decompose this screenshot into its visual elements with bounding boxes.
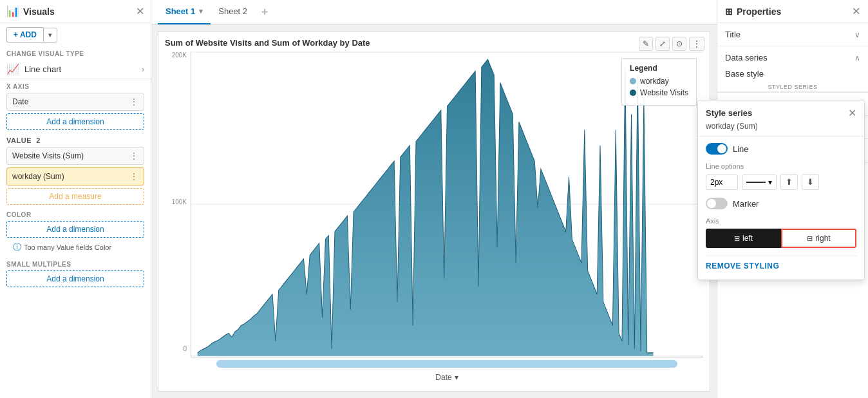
color-add-dimension-button[interactable]: Add a dimension bbox=[6, 221, 144, 238]
line-down-style-button[interactable]: ⬇ bbox=[802, 174, 819, 190]
scrollbar-handle[interactable] bbox=[216, 360, 677, 368]
tabs-bar: Sheet 1 ▾ Sheet 2 + bbox=[151, 0, 717, 24]
x-axis-section: X AXIS Date ⋮ Add a dimension bbox=[0, 79, 151, 133]
style-series-body: Line Line options ▾ ⬆ ⬇ Marker Ax bbox=[698, 137, 864, 280]
style-series-panel: Style series ✕ workday (Sum) Line Line o… bbox=[697, 100, 865, 280]
main-area: Sheet 1 ▾ Sheet 2 + Sum of Website Visit… bbox=[151, 0, 717, 398]
axis-style-section: Axis ⊞ left ⊟ right bbox=[706, 217, 856, 248]
small-multiples-section: SMALL MULTIPLES Add a dimension bbox=[0, 257, 151, 290]
remove-styling-button[interactable]: REMOVE STYLING bbox=[706, 256, 856, 273]
legend-item-workday: workday bbox=[630, 77, 688, 86]
website-visits-legend-dot bbox=[630, 90, 636, 96]
color-warning: ⓘ Too many Value fields Color bbox=[6, 240, 144, 257]
legend-box: Legend workday Website Visits bbox=[621, 58, 697, 106]
chart-y-axis: 200K 100K 0 bbox=[165, 52, 191, 384]
info-icon: ⓘ bbox=[13, 242, 21, 253]
workday-legend-dot bbox=[630, 78, 636, 84]
data-series-row[interactable]: Data series ∧ bbox=[717, 46, 868, 69]
date-field-pill[interactable]: Date ⋮ bbox=[6, 93, 144, 111]
style-series-subtitle: workday (Sum) bbox=[698, 122, 864, 137]
expand-chart-button[interactable]: ⤢ bbox=[656, 37, 670, 51]
website-visits-dots-icon[interactable]: ⋮ bbox=[129, 151, 138, 161]
visuals-title-text: Visuals bbox=[23, 6, 55, 17]
chart-inner: 200K 100K 0 Legend workday bbox=[165, 52, 703, 384]
add-measure-button[interactable]: Add a measure bbox=[6, 188, 144, 205]
add-main-button[interactable]: + ADD bbox=[6, 27, 43, 43]
left-panel-header: 📊 Visuals ✕ bbox=[0, 0, 151, 23]
sheet1-chevron-icon: ▾ bbox=[199, 7, 203, 15]
x-axis-add-dimension-button[interactable]: Add a dimension bbox=[6, 113, 144, 130]
line-toggle-row: Line bbox=[706, 143, 856, 155]
add-arrow-button[interactable]: ▾ bbox=[43, 28, 57, 43]
close-panel-icon[interactable]: ✕ bbox=[136, 5, 144, 17]
tab-add-button[interactable]: + bbox=[255, 0, 275, 24]
axis-buttons: ⊞ left ⊟ right bbox=[706, 229, 856, 248]
legend-item-websitevisits: Website Visits bbox=[630, 88, 688, 97]
line-dash-icon bbox=[746, 182, 766, 183]
tab-sheet2[interactable]: Sheet 2 bbox=[211, 0, 255, 24]
marker-toggle[interactable] bbox=[706, 198, 728, 209]
more-chart-button[interactable]: ⋮ bbox=[689, 37, 704, 51]
x-axis-bottom-label: Date ▾ bbox=[191, 370, 703, 384]
chart-container: Sum of Website Visits and Sum of Workday… bbox=[151, 24, 717, 398]
styled-series-label: STYLED SERIES bbox=[717, 81, 868, 92]
left-panel: 📊 Visuals ✕ + ADD ▾ CHANGE VISUAL TYPE 📈… bbox=[0, 0, 151, 398]
tab-sheet1[interactable]: Sheet 1 ▾ bbox=[158, 0, 211, 24]
line-up-style-button[interactable]: ⬆ bbox=[780, 174, 798, 190]
visual-type-chevron-icon: › bbox=[142, 65, 144, 74]
visual-type-name: Line chart bbox=[24, 64, 61, 74]
color-section: COLOR Add a dimension ⓘ Too many Value f… bbox=[0, 207, 151, 257]
axis-right-button[interactable]: ⊟ right bbox=[781, 229, 856, 248]
marker-toggle-knob bbox=[707, 199, 716, 208]
website-visits-field-pill[interactable]: Website Visits (Sum) ⋮ bbox=[6, 147, 144, 165]
small-multiples-add-dimension-button[interactable]: Add a dimension bbox=[6, 270, 144, 287]
visual-type-inner: 📈 Line chart bbox=[6, 63, 61, 75]
marker-toggle-row: Marker bbox=[706, 198, 856, 209]
style-series-header: Style series ✕ bbox=[698, 100, 864, 122]
axis-left-button[interactable]: ⊞ left bbox=[706, 229, 781, 248]
title-section-row[interactable]: Title ∨ bbox=[717, 23, 868, 46]
line-options-controls: ▾ ⬆ ⬇ bbox=[706, 174, 856, 190]
focus-chart-button[interactable]: ⊙ bbox=[672, 37, 686, 51]
right-panel-header: ⊞ Properties ✕ bbox=[717, 0, 868, 23]
data-series-chevron-icon: ∧ bbox=[854, 53, 860, 62]
base-style-row: Base style bbox=[725, 69, 860, 79]
line-toggle[interactable] bbox=[706, 143, 728, 155]
x-axis-label: X AXIS bbox=[6, 83, 144, 90]
data-series-section: Data series ∧ Base style STYLED SERIES bbox=[717, 46, 868, 93]
chart-scrollbar[interactable] bbox=[216, 360, 677, 368]
line-options-section: Line options ▾ ⬆ ⬇ bbox=[706, 162, 856, 190]
right-panel-close-icon[interactable]: ✕ bbox=[852, 5, 860, 17]
properties-icon: ⊞ bbox=[725, 6, 733, 17]
visual-type-row[interactable]: 📈 Line chart › bbox=[0, 60, 151, 79]
line-style-select[interactable]: ▾ bbox=[742, 175, 777, 190]
chart-wrapper: Sum of Website Visits and Sum of Workday… bbox=[158, 31, 710, 392]
line-width-input[interactable] bbox=[706, 175, 738, 190]
axis-right-icon: ⊟ bbox=[807, 234, 813, 243]
change-visual-type-label: CHANGE VISUAL TYPE bbox=[0, 45, 151, 60]
base-style-area: Base style bbox=[717, 69, 868, 81]
chart-plot-area[interactable]: Legend workday Website Visits bbox=[191, 52, 703, 357]
workday-dots-icon[interactable]: ⋮ bbox=[129, 171, 138, 182]
color-label: COLOR bbox=[6, 211, 144, 218]
title-section: Title ∨ bbox=[717, 23, 868, 46]
line-chart-icon: 📈 bbox=[6, 63, 19, 75]
svg-marker-3 bbox=[198, 59, 654, 356]
value-section: VALUE 2 Website Visits (Sum) ⋮ workday (… bbox=[0, 133, 151, 207]
add-button-group: + ADD ▾ bbox=[6, 27, 144, 43]
chart-toolbar: ✎ ⤢ ⊙ ⋮ bbox=[639, 37, 704, 51]
axis-left-icon: ⊞ bbox=[734, 234, 740, 243]
value-label: VALUE 2 bbox=[6, 137, 144, 144]
plot-column: Legend workday Website Visits bbox=[191, 52, 703, 384]
edit-chart-button[interactable]: ✎ bbox=[639, 37, 653, 51]
style-series-close-icon[interactable]: ✕ bbox=[848, 107, 856, 119]
date-field-dots-icon[interactable]: ⋮ bbox=[129, 97, 138, 107]
properties-title: ⊞ Properties bbox=[725, 6, 781, 17]
workday-field-pill[interactable]: workday (Sum) ⋮ bbox=[6, 167, 144, 185]
add-button-area: + ADD ▾ bbox=[0, 23, 151, 45]
x-axis-chevron-icon: ▾ bbox=[455, 373, 458, 382]
small-multiples-label: SMALL MULTIPLES bbox=[6, 261, 144, 268]
line-toggle-knob bbox=[717, 144, 726, 153]
line-style-chevron-icon: ▾ bbox=[768, 178, 772, 187]
visuals-title: 📊 Visuals bbox=[6, 5, 55, 17]
